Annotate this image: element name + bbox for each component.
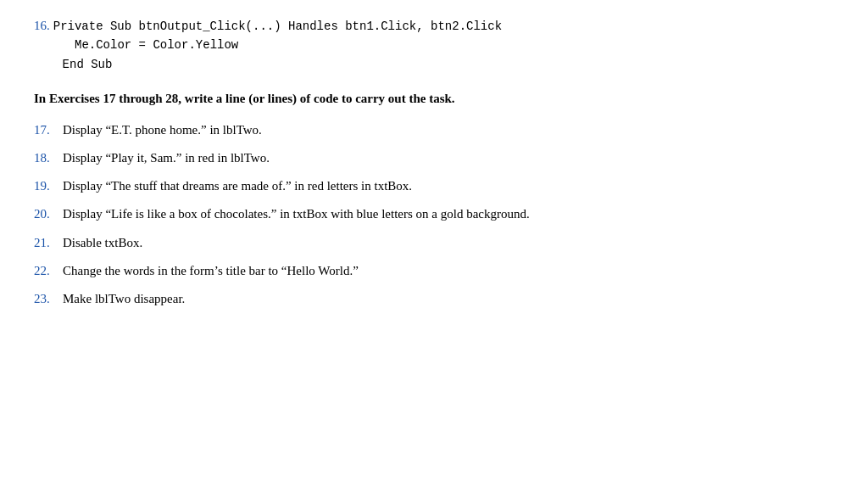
code-text-3: End Sub <box>63 58 113 71</box>
exercise-item: 20.Display “Life is like a box of chocol… <box>34 204 834 224</box>
exercise-number: 18. <box>34 148 63 168</box>
exercise-number: 20. <box>34 204 63 224</box>
exercise-text: Display “Play it, Sam.” in red in lblTwo… <box>63 148 834 168</box>
exercise-item: 17.Display “E.T. phone home.” in lblTwo. <box>34 120 834 140</box>
main-content: 16.Private Sub btnOutput_Click(...) Hand… <box>34 15 834 309</box>
code-line-2: Me.Color = Color.Yellow <box>75 36 834 54</box>
code-text-1: Private Sub btnOutput_Click(...) Handles… <box>53 20 502 33</box>
exercise-text: Make lblTwo disappear. <box>63 289 834 309</box>
line-number-16: 16. <box>34 19 50 32</box>
exercise-number: 17. <box>34 120 63 140</box>
code-line-3: End Sub <box>34 55 834 74</box>
code-line-1: 16.Private Sub btnOutput_Click(...) Hand… <box>34 15 834 36</box>
exercise-item: 22.Change the words in the form’s title … <box>34 261 834 281</box>
exercise-text: Display “The stuff that dreams are made … <box>63 176 834 196</box>
code-block: 16.Private Sub btnOutput_Click(...) Hand… <box>34 15 834 74</box>
exercise-number: 22. <box>34 261 63 281</box>
exercise-number: 21. <box>34 233 63 253</box>
exercise-item: 23.Make lblTwo disappear. <box>34 289 834 309</box>
code-text-2: Me.Color = Color.Yellow <box>75 38 238 52</box>
exercise-number: 23. <box>34 289 63 309</box>
exercise-item: 19.Display “The stuff that dreams are ma… <box>34 176 834 196</box>
exercise-text: Display “E.T. phone home.” in lblTwo. <box>63 120 834 140</box>
section-header: In Exercises 17 through 28, write a line… <box>34 89 834 109</box>
exercise-item: 21.Disable txtBox. <box>34 233 834 253</box>
exercise-item: 18.Display “Play it, Sam.” in red in lbl… <box>34 148 834 168</box>
exercise-text: Disable txtBox. <box>63 233 834 253</box>
exercise-text: Display “Life is like a box of chocolate… <box>63 204 834 224</box>
exercises-list: 17.Display “E.T. phone home.” in lblTwo.… <box>34 120 834 310</box>
exercise-text: Change the words in the form’s title bar… <box>63 261 834 281</box>
exercise-number: 19. <box>34 176 63 196</box>
